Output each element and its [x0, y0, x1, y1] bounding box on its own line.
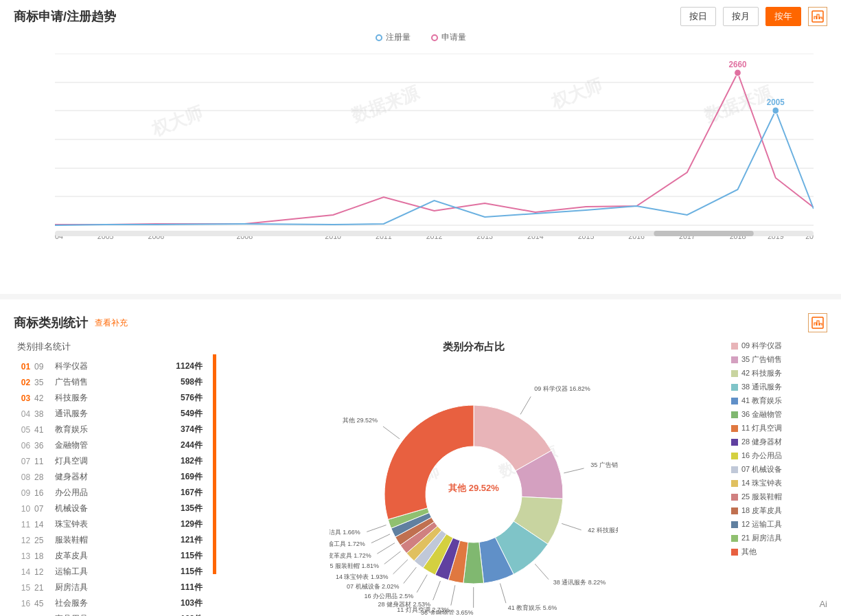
donut-label: 14 珠宝钟表 1.93%: [336, 573, 389, 580]
cat-code: 38: [34, 409, 55, 419]
legend-label: 16 办公用品: [741, 450, 782, 461]
cat-count: 169件: [181, 471, 203, 483]
svg-line-56: [371, 534, 390, 543]
btn-year[interactable]: 按年: [765, 7, 801, 26]
legend-color-swatch: [731, 356, 738, 363]
rank-number: 01: [17, 362, 34, 372]
bottom-export-icon[interactable]: [808, 313, 827, 332]
table-row: 06 36 金融物管 244件: [14, 437, 206, 453]
legend-item: 28 健身器材: [731, 437, 827, 447]
table-row: 15 21 厨房洁具 111件: [14, 580, 206, 595]
donut-label: 28 健身器材 2.53%: [378, 601, 431, 608]
legend-label: 09 科学仪器: [741, 341, 782, 351]
legend-label: 42 科技服务: [741, 368, 782, 378]
rank-number: 14: [17, 567, 34, 577]
donut-center-text: 其他 29.52%: [448, 483, 499, 493]
cat-code: 14: [34, 520, 55, 529]
table-row: 04 38 通讯服务 549件: [14, 406, 206, 422]
donut-label: 41 教育娱乐 5.6%: [508, 604, 557, 611]
rank-number: 16: [17, 599, 34, 608]
legend-item: 16 办公用品: [731, 450, 827, 461]
rank-number: 15: [17, 583, 34, 593]
cat-count: 129件: [181, 518, 203, 530]
svg-line-55: [377, 543, 395, 554]
cat-name: 厨房洁具: [55, 582, 181, 593]
svg-text:数据来源: 数据来源: [349, 82, 423, 126]
table-row: 11 14 珠宝钟表 129件: [14, 516, 206, 532]
legend-color-swatch: [731, 411, 738, 418]
cat-name: 办公用品: [55, 487, 181, 499]
cat-code: 16: [34, 488, 55, 498]
legend-item: 41 教育娱乐: [731, 396, 827, 406]
table-row: 02 35 广告销售 598件: [14, 374, 206, 390]
table-row: 07 11 灯具空调 182件: [14, 453, 206, 469]
cat-count: 115件: [181, 566, 203, 578]
legend-color-swatch: [731, 425, 738, 432]
svg-line-49: [451, 585, 455, 605]
btn-month[interactable]: 按月: [723, 7, 759, 26]
table-row: 12 25 服装鞋帽 121件: [14, 532, 206, 548]
svg-line-44: [564, 468, 584, 473]
donut-label: 18 皮革皮具 1.72%: [330, 552, 371, 559]
legend-item: 42 科技服务: [731, 368, 827, 378]
legend-item: 35 广告销售: [731, 354, 827, 365]
cat-count: 103件: [181, 597, 203, 609]
cat-code: 36: [34, 441, 55, 450]
svg-line-50: [433, 581, 441, 600]
bottom-title: 商标类别统计: [14, 315, 88, 331]
cat-code: 11: [34, 457, 55, 466]
legend-label: 41 教育娱乐: [741, 396, 782, 406]
rank-number: 02: [17, 378, 34, 387]
legend-label: 35 广告销售: [741, 354, 782, 365]
donut-label: 25 服装鞋帽 1.81%: [330, 562, 379, 569]
legend-label: 18 皮革皮具: [741, 505, 782, 516]
legend-item: 09 科学仪器: [731, 341, 827, 351]
rank-number: 12: [17, 536, 34, 545]
cat-name: 皮革皮具: [55, 550, 181, 562]
rank-number: 07: [17, 457, 34, 466]
legend-color-swatch: [731, 535, 738, 542]
donut-label: 07 机械设备 2.02%: [347, 583, 400, 590]
cat-count: 115件: [181, 550, 203, 562]
legend-item: 14 珠宝钟表: [731, 478, 827, 488]
table-rows: 01 09 科学仪器 1124件 02 35 广告销售 598件 03 42 科…: [14, 358, 206, 616]
cat-name: 健身器材: [55, 471, 181, 483]
legend-color-swatch: [731, 343, 738, 350]
legend-color-swatch: [731, 398, 738, 404]
cat-name: 广告销售: [55, 376, 181, 388]
table-title: 类别排名统计: [14, 341, 206, 353]
svg-line-53: [393, 560, 408, 574]
line-chart-svg: 3,000 2,500 2,000 1,500 1,000 500 0 权大师 …: [55, 54, 814, 260]
donut-label: 其他 29.52%: [343, 417, 378, 424]
donut-label: 35 广告销售 8.95%: [590, 461, 618, 468]
legend-item: 11 灯具空调: [731, 423, 827, 433]
orange-divider: [213, 354, 216, 574]
btn-day[interactable]: 按日: [680, 7, 716, 26]
cat-code: 41: [34, 425, 55, 435]
legend-label: 07 机械设备: [741, 464, 782, 475]
rank-number: 06: [17, 441, 34, 450]
legend-color-swatch: [731, 507, 738, 514]
svg-line-57: [367, 525, 386, 532]
svg-line-51: [417, 575, 427, 593]
ai-label: Ai: [819, 599, 827, 609]
registered-dot: [376, 34, 382, 41]
svg-line-43: [520, 397, 531, 415]
view-supplement-link[interactable]: 查看补充: [95, 317, 128, 329]
legend-item: 其他: [731, 547, 827, 557]
cat-name: 珠宝钟表: [55, 518, 181, 530]
donut-label: 42 科技服务 8.62%: [588, 527, 618, 534]
legend-label: 14 珠宝钟表: [741, 478, 782, 488]
cat-count: 1124件: [176, 361, 203, 372]
export-icon[interactable]: [808, 7, 827, 26]
cat-name: 机械设备: [55, 503, 181, 514]
donut-chart-section: 类别分布占比 权大师 数据来源 09 科学仪器 16.82%35 广告销售 8.…: [223, 341, 724, 616]
cat-name: 运输工具: [55, 566, 181, 578]
legend-item: 12 运输工具: [731, 519, 827, 529]
svg-rect-39: [654, 231, 753, 236]
cat-count: 549件: [181, 408, 203, 420]
donut-label: 09 科学仪器 16.82%: [534, 385, 590, 392]
rank-number: 13: [17, 551, 34, 561]
cat-count: 182件: [181, 455, 203, 467]
legend-color-swatch: [731, 494, 738, 501]
